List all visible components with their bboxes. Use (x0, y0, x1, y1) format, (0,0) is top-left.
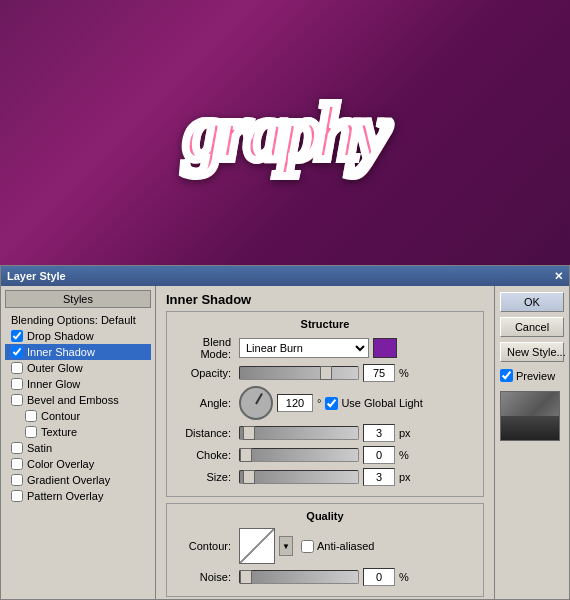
quality-title: Quality (175, 510, 475, 522)
size-value-input[interactable] (363, 468, 395, 486)
outer-glow-checkbox[interactable] (11, 362, 23, 374)
style-item-label: Inner Shadow (27, 346, 95, 358)
contour-row: Contour: ▼ Anti-aliased (175, 528, 475, 564)
anti-aliased-label: Anti-aliased (317, 540, 374, 552)
blend-mode-select[interactable]: Linear Burn Normal Multiply Screen (239, 338, 369, 358)
style-item-label: Gradient Overlay (27, 474, 110, 486)
opacity-row: Opacity: % (175, 364, 475, 382)
noise-slider-container: % (239, 568, 475, 586)
style-item-label: Inner Glow (27, 378, 80, 390)
styles-panel-header[interactable]: Styles (5, 290, 151, 308)
style-item-label: Bevel and Emboss (27, 394, 119, 406)
contour-preview[interactable] (239, 528, 275, 564)
choke-slider[interactable] (239, 448, 359, 462)
style-item-label: Drop Shadow (27, 330, 94, 342)
style-item-outer-glow[interactable]: Outer Glow (5, 360, 151, 376)
distance-slider-container: px (239, 424, 475, 442)
size-unit: px (399, 471, 417, 483)
quality-section: Quality Contour: ▼ Anti-aliased (166, 503, 484, 597)
section-title: Inner Shadow (166, 292, 484, 307)
style-item-label: Texture (41, 426, 77, 438)
contour-label: Contour: (175, 540, 235, 552)
opacity-unit: % (399, 367, 417, 379)
style-item-label: Outer Glow (27, 362, 83, 374)
style-item-bevel-emboss[interactable]: Bevel and Emboss (5, 392, 151, 408)
choke-unit: % (399, 449, 417, 461)
angle-value-input[interactable] (277, 394, 313, 412)
blend-mode-row: Blend Mode: Linear Burn Normal Multiply … (175, 336, 475, 360)
canvas-preview: graphy (0, 0, 570, 265)
preview-container: Preview (500, 369, 564, 382)
global-light-container: Use Global Light (325, 397, 422, 410)
settings-panel: Inner Shadow Structure Blend Mode: Linea… (156, 286, 494, 599)
angle-row: Angle: ° Use Global Light (175, 386, 475, 420)
dialog-titlebar: Layer Style ✕ (1, 266, 569, 286)
contour-checkbox[interactable] (25, 410, 37, 422)
layer-style-dialog: Layer Style ✕ Styles Blending Options: D… (0, 265, 570, 600)
style-item-color-overlay[interactable]: Color Overlay (5, 456, 151, 472)
preview-checkbox[interactable] (500, 369, 513, 382)
angle-dial[interactable] (239, 386, 273, 420)
anti-aliased-checkbox[interactable] (301, 540, 314, 553)
distance-label: Distance: (175, 427, 235, 439)
satin-checkbox[interactable] (11, 442, 23, 454)
drop-shadow-checkbox[interactable] (11, 330, 23, 342)
structure-title: Structure (175, 318, 475, 330)
canvas-text: graphy (184, 87, 385, 178)
texture-checkbox[interactable] (25, 426, 37, 438)
close-icon[interactable]: ✕ (554, 270, 563, 283)
opacity-slider-container: % (239, 364, 475, 382)
anti-aliased-container: Anti-aliased (301, 540, 374, 553)
use-global-light-checkbox[interactable] (325, 397, 338, 410)
style-item-contour[interactable]: Contour (5, 408, 151, 424)
blend-mode-color-swatch[interactable] (373, 338, 397, 358)
structure-section: Structure Blend Mode: Linear Burn Normal… (166, 311, 484, 497)
contour-dropdown-arrow[interactable]: ▼ (279, 536, 293, 556)
dialog-body: Styles Blending Options: Default Drop Sh… (1, 286, 569, 599)
style-item-blending[interactable]: Blending Options: Default (5, 312, 151, 328)
angle-degree: ° (317, 397, 321, 409)
noise-label: Noise: (175, 571, 235, 583)
style-item-drop-shadow[interactable]: Drop Shadow (5, 328, 151, 344)
distance-unit: px (399, 427, 417, 439)
noise-row: Noise: % (175, 568, 475, 586)
opacity-slider[interactable] (239, 366, 359, 380)
style-item-texture[interactable]: Texture (5, 424, 151, 440)
style-item-inner-shadow[interactable]: Inner Shadow (5, 344, 151, 360)
preview-thumb-inner (501, 416, 559, 440)
style-item-label: Pattern Overlay (27, 490, 103, 502)
use-global-light-label: Use Global Light (341, 397, 422, 409)
style-item-label: Blending Options: Default (11, 314, 136, 326)
choke-label: Choke: (175, 449, 235, 461)
style-item-satin[interactable]: Satin (5, 440, 151, 456)
inner-shadow-checkbox[interactable] (11, 346, 23, 358)
noise-value-input[interactable] (363, 568, 395, 586)
distance-slider[interactable] (239, 426, 359, 440)
pattern-overlay-checkbox[interactable] (11, 490, 23, 502)
size-slider[interactable] (239, 470, 359, 484)
size-slider-container: px (239, 468, 475, 486)
distance-row: Distance: px (175, 424, 475, 442)
cancel-button[interactable]: Cancel (500, 317, 564, 337)
choke-row: Choke: % (175, 446, 475, 464)
styles-panel: Styles Blending Options: Default Drop Sh… (1, 286, 156, 599)
inner-glow-checkbox[interactable] (11, 378, 23, 390)
style-item-label: Satin (27, 442, 52, 454)
style-item-gradient-overlay[interactable]: Gradient Overlay (5, 472, 151, 488)
choke-slider-container: % (239, 446, 475, 464)
size-row: Size: px (175, 468, 475, 486)
buttons-panel: OK Cancel New Style... Preview (494, 286, 569, 599)
size-label: Size: (175, 471, 235, 483)
preview-label: Preview (516, 370, 555, 382)
color-overlay-checkbox[interactable] (11, 458, 23, 470)
opacity-value-input[interactable] (363, 364, 395, 382)
new-style-button[interactable]: New Style... (500, 342, 564, 362)
noise-slider[interactable] (239, 570, 359, 584)
style-item-pattern-overlay[interactable]: Pattern Overlay (5, 488, 151, 504)
ok-button[interactable]: OK (500, 292, 564, 312)
bevel-emboss-checkbox[interactable] (11, 394, 23, 406)
choke-value-input[interactable] (363, 446, 395, 464)
style-item-inner-glow[interactable]: Inner Glow (5, 376, 151, 392)
gradient-overlay-checkbox[interactable] (11, 474, 23, 486)
distance-value-input[interactable] (363, 424, 395, 442)
